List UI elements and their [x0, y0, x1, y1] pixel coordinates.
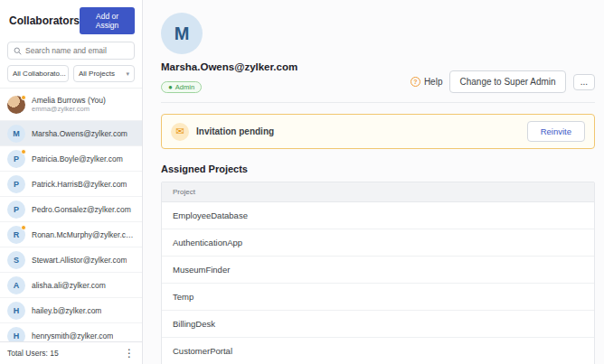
table-row[interactable]: EmployeeDatabase — [162, 202, 594, 229]
user-avatar-photo — [7, 96, 25, 114]
avatar-initial: M — [13, 129, 20, 138]
table-row[interactable]: Temp — [162, 284, 594, 311]
role-badge: ● Admin — [161, 81, 202, 93]
profile-name: Marsha.Owens@zylker.com — [161, 61, 297, 72]
search-box[interactable] — [7, 42, 135, 60]
collaborator-list: Amelia Burrows (You) emma@zylker.com M M… — [0, 88, 142, 341]
search-icon — [14, 47, 22, 55]
profile-identity: Marsha.Owens@zylker.com ● Admin — [161, 61, 297, 93]
avatar-initial: R — [14, 230, 20, 239]
banner-content: ✉ Invitation pending — [171, 123, 274, 141]
change-to-super-admin-button[interactable]: Change to Super Admin — [449, 70, 565, 93]
user-avatar: R — [7, 226, 25, 244]
user-name: Stewart.Allistor@zylker.com — [32, 256, 127, 265]
user-avatar: A — [7, 276, 25, 294]
list-item-alisha[interactable]: A alisha.ali@zylker.com — [0, 273, 142, 298]
table-row[interactable]: CustomerPortal — [162, 338, 594, 364]
invitation-pending-banner: ✉ Invitation pending Reinvite — [161, 114, 595, 149]
user-avatar: P — [7, 150, 25, 168]
collaborator-filter-label: All Collaborato... — [13, 70, 66, 78]
collaborators-sidebar: Collaborators Add or Assign All Collabor… — [0, 0, 143, 364]
detail-panel: M Marsha.Owens@zylker.com ● Admin ? Help… — [143, 0, 604, 364]
avatar-initial: P — [14, 180, 19, 189]
avatar-initial: A — [14, 281, 20, 290]
user-name: Patrick.HarrisB@zylker.com — [32, 180, 127, 189]
reinvite-button[interactable]: Reinvite — [527, 121, 585, 142]
collaborator-filter-dropdown[interactable]: All Collaborato... ▾ — [7, 65, 69, 82]
filter-bar: All Collaborato... ▾ All Projects ▾ — [7, 65, 135, 82]
avatar-initial: H — [14, 331, 20, 341]
user-avatar: P — [7, 175, 25, 193]
role-label: Admin — [175, 83, 194, 91]
project-filter-label: All Projects — [79, 70, 115, 78]
search-input[interactable] — [25, 46, 128, 55]
assigned-projects-title: Assigned Projects — [161, 163, 595, 174]
profile-actions: ? Help Change to Super Admin ... — [411, 70, 595, 93]
list-item-patricia[interactable]: P Patricia.Boyle@zylker.com — [0, 146, 142, 172]
user-name: Marsha.Owens@zylker.com — [32, 129, 127, 138]
list-item-hailey[interactable]: H hailey.b@zylker.com — [0, 298, 142, 323]
avatar-initial: P — [14, 154, 19, 163]
chevron-down-icon: ▾ — [126, 70, 129, 78]
notification-dot — [21, 225, 26, 230]
list-item-patrick[interactable]: P Patrick.HarrisB@zylker.com — [0, 172, 142, 197]
user-avatar: H — [7, 327, 25, 342]
envelope-icon: ✉ — [171, 123, 189, 141]
list-item-stewart[interactable]: S Stewart.Allistor@zylker.com — [0, 247, 142, 273]
avatar-initial: S — [14, 256, 19, 265]
user-name: alisha.ali@zylker.com — [32, 281, 106, 290]
project-filter-dropdown[interactable]: All Projects ▾ — [73, 65, 135, 82]
question-icon: ? — [411, 77, 420, 87]
user-avatar: H — [7, 302, 25, 320]
user-name: hailey.b@zylker.com — [32, 306, 101, 315]
role-dot-icon: ● — [168, 83, 173, 91]
kebab-menu-icon[interactable]: ⋮ — [124, 348, 135, 359]
banner-message: Invitation pending — [196, 126, 274, 136]
user-name: Amelia Burrows (You) — [32, 96, 106, 105]
user-email: emma@zylker.com — [32, 105, 106, 113]
projects-table: Project EmployeeDatabase AuthenticationA… — [161, 182, 595, 364]
table-row[interactable]: MuseumFinder — [162, 257, 594, 284]
help-link[interactable]: ? Help — [411, 77, 443, 87]
user-name: Patricia.Boyle@zylker.com — [32, 154, 123, 163]
sidebar-header: Collaborators Add or Assign — [0, 0, 142, 40]
avatar-initial: H — [14, 306, 20, 315]
avatar-initial: P — [14, 205, 19, 214]
projects-column-header: Project — [162, 182, 594, 202]
sidebar-title: Collaborators — [9, 14, 80, 27]
sidebar-footer: Total Users: 15 ⋮ — [0, 341, 142, 364]
add-or-assign-button[interactable]: Add or Assign — [80, 7, 135, 34]
more-options-button[interactable]: ... — [573, 74, 595, 90]
table-row[interactable]: BillingDesk — [162, 311, 594, 338]
list-item-ronan[interactable]: R Ronan.McMurphy@zylker.com — [0, 222, 142, 247]
list-item-pedro[interactable]: P Pedro.Gonsalez@zylker.com — [0, 197, 142, 222]
user-name: Ronan.McMurphy@zylker.com — [32, 230, 135, 239]
profile-avatar: M — [161, 13, 203, 54]
user-name: Pedro.Gonsalez@zylker.com — [32, 205, 131, 214]
user-avatar: S — [7, 251, 25, 269]
user-avatar: M — [7, 125, 25, 143]
list-item-amelia[interactable]: Amelia Burrows (You) emma@zylker.com — [0, 89, 142, 121]
user-name: henrysmith@zylker.com — [32, 331, 113, 341]
total-users-label: Total Users: 15 — [7, 349, 59, 358]
profile-avatar-initial: M — [175, 23, 190, 44]
user-text: Amelia Burrows (You) emma@zylker.com — [32, 96, 106, 113]
list-item-henry[interactable]: H henrysmith@zylker.com — [0, 323, 142, 341]
table-row[interactable]: AuthenticationApp — [162, 229, 594, 257]
user-avatar: P — [7, 201, 25, 219]
notification-dot — [21, 149, 26, 154]
profile-header: Marsha.Owens@zylker.com ● Admin ? Help C… — [161, 61, 595, 103]
list-item-marsha[interactable]: M Marsha.Owens@zylker.com — [0, 121, 142, 146]
notification-dot — [21, 95, 26, 100]
app-window: Collaborators Add or Assign All Collabor… — [0, 0, 604, 364]
help-label: Help — [424, 77, 443, 87]
